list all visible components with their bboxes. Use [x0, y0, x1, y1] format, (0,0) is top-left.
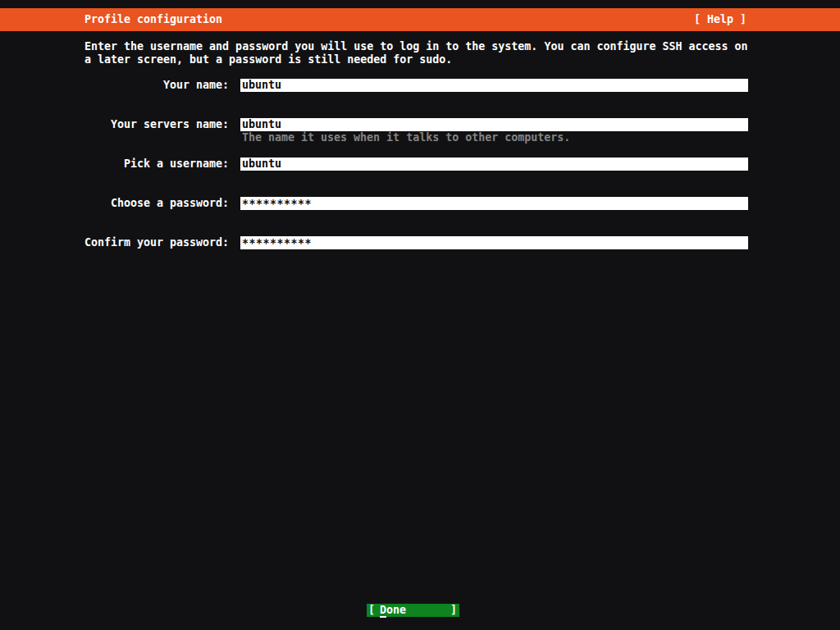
your-name-value: ubuntu — [242, 79, 281, 91]
password-label: Choose a password: — [0, 197, 229, 210]
intro-line-2: a later screen, but a password is still … — [84, 53, 757, 66]
username-label: Pick a username: — [0, 158, 229, 171]
server-name-label: Your servers name: — [0, 118, 229, 131]
help-button[interactable]: [ Help ] — [694, 13, 746, 26]
form-row-your-name: Your name: ubuntu — [0, 79, 840, 92]
your-name-label: Your name: — [0, 79, 229, 92]
intro-line-1: Enter the username and password you will… — [84, 40, 757, 53]
form-row-server-name: Your servers name: ubuntu — [0, 118, 840, 131]
title-bar: Profile configuration [ Help ] — [0, 8, 840, 31]
password-value: ********** — [242, 198, 312, 210]
username-value: ubuntu — [242, 158, 281, 170]
form-row-password: Choose a password: ********** — [0, 197, 840, 210]
username-input[interactable]: ubuntu — [240, 158, 748, 171]
installer-screen: Profile configuration [ Help ] Enter the… — [0, 0, 840, 630]
form-row-confirm-password: Confirm your password: ********** — [0, 236, 840, 249]
confirm-password-value: ********** — [242, 237, 312, 249]
server-name-input[interactable]: ubuntu — [240, 118, 748, 131]
page-title: Profile configuration — [84, 13, 222, 26]
done-label: Done — [380, 604, 406, 617]
done-shortcut-letter: D — [380, 604, 386, 618]
done-label-rest: one — [386, 604, 406, 616]
your-name-input[interactable]: ubuntu — [240, 79, 748, 92]
server-name-hint: The name it uses when it talks to other … — [242, 131, 570, 144]
done-button[interactable]: [ Done ] — [367, 604, 459, 617]
password-input[interactable]: ********** — [240, 197, 748, 210]
form-row-username: Pick a username: ubuntu — [0, 158, 840, 171]
server-name-value: ubuntu — [242, 118, 281, 130]
done-bracket-left: [ — [368, 604, 375, 617]
confirm-password-input[interactable]: ********** — [240, 236, 748, 249]
done-bracket-right: ] — [450, 604, 457, 617]
confirm-password-label: Confirm your password: — [0, 236, 229, 249]
intro-text: Enter the username and password you will… — [84, 40, 757, 66]
